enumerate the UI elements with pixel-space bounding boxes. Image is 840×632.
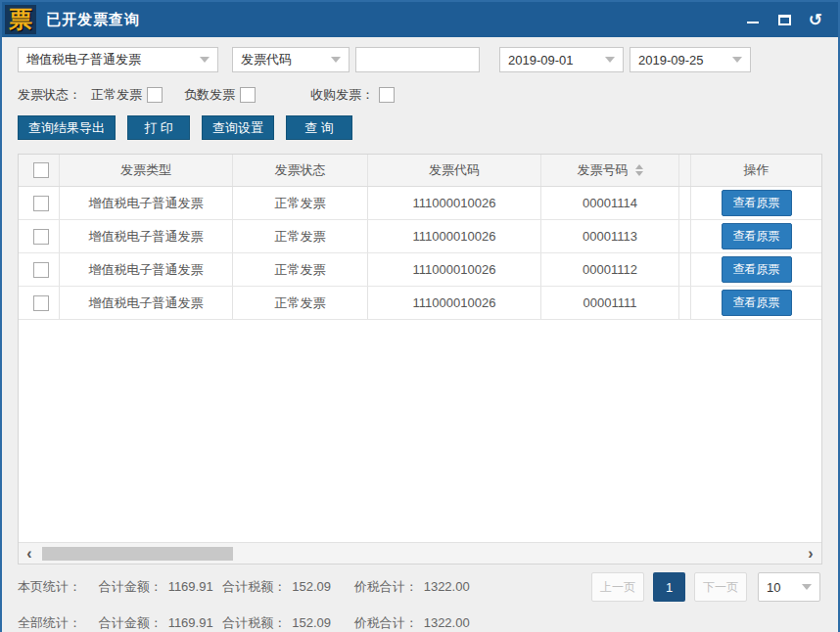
total-label: 价税合计： [354,579,418,594]
cell-type: 增值税电子普通发票 [60,220,233,252]
date-to-value: 2019-09-25 [638,53,726,68]
tax-value: 152.09 [292,579,331,594]
select-all-cell [19,155,60,186]
back-icon: ↺ [809,11,822,28]
total-label: 价税合计： [354,615,418,630]
scroll-right-icon[interactable]: › [800,544,821,564]
title-bar: 票 已开发票查询 ↺ [2,2,838,37]
chevron-down-icon [605,57,615,63]
minimize-button[interactable] [744,11,762,28]
toolbar: 查询结果导出 打 印 查询设置 查 询 [18,115,822,140]
scrollbar-thumb[interactable] [42,547,233,561]
col-invoice-code: 发票代码 [368,155,541,186]
checkbox-normal-invoice[interactable] [147,87,163,103]
status-filter-row: 发票状态： 正常发票 负数发票 收购发票： [18,86,822,104]
cell-number: 00001113 [541,220,679,252]
table-row: 增值税电子普通发票 正常发票 111000010026 00001113 查看原… [19,220,821,253]
checkbox-purchase-invoice[interactable] [379,87,395,103]
action-cell: 查看原票 [691,253,821,286]
row-checkbox[interactable] [33,262,49,278]
cell-code: 111000010026 [368,287,541,319]
status-negative-label: 负数发票 [184,86,235,104]
action-cell: 查看原票 [691,287,821,319]
table-header: 发票类型 发票状态 发票代码 发票号码 操作 [19,155,821,187]
row-checkbox[interactable] [33,196,49,211]
cell-type: 增值税电子普通发票 [60,253,233,286]
page-stats-label: 本页统计： [18,579,81,594]
status-option-negative: 负数发票 [184,86,256,104]
status-normal-label: 正常发票 [91,86,142,104]
total-value: 1322.00 [424,615,470,630]
status-purchase-label: 收购发票： [310,86,374,104]
col-invoice-number[interactable]: 发票号码 [541,155,679,186]
table-row: 增值税电子普通发票 正常发票 111000010026 00001111 查看原… [19,287,821,320]
search-field-select[interactable]: 发票代码 [232,47,350,72]
table-row: 增值税电子普通发票 正常发票 111000010026 00001114 查看原… [19,187,821,220]
date-from-select[interactable]: 2019-09-01 [499,47,624,72]
footer: 本页统计： 合计金额：1169.91 合计税额：152.09 价税合计：1322… [18,564,822,632]
table-row: 增值税电子普通发票 正常发票 111000010026 00001112 查看原… [19,253,821,287]
search-input[interactable] [355,47,480,72]
main-content: 增值税电子普通发票 发票代码 2019-09-01 2019-09-25 发票状… [2,37,838,632]
total-value: 1322.00 [424,579,470,594]
app-icon: 票 [5,5,36,34]
cell-status: 正常发票 [233,287,368,319]
current-page-button[interactable]: 1 [653,572,685,602]
cell-code: 111000010026 [368,253,541,286]
query-button[interactable]: 查 询 [286,115,352,140]
cell-code: 111000010026 [368,220,541,252]
cell-type: 增值税电子普通发票 [60,287,233,319]
view-original-button[interactable]: 查看原票 [722,190,792,216]
restore-button[interactable] [775,11,793,28]
col-actions: 操作 [691,155,821,186]
col-spacer [679,155,691,186]
cell-number: 00001114 [541,187,679,219]
page-size-select[interactable]: 10 [758,572,820,602]
prev-page-button[interactable]: 上一页 [591,572,644,602]
horizontal-scrollbar[interactable]: ‹ › [19,542,821,564]
scroll-left-icon[interactable]: ‹ [19,544,40,564]
cell-number: 00001112 [541,253,679,286]
date-to-select[interactable]: 2019-09-25 [630,47,751,72]
cell-type: 增值税电子普通发票 [60,187,233,219]
sort-icon[interactable] [635,164,643,176]
tax-value: 152.09 [292,615,331,630]
date-from-value: 2019-09-01 [508,53,599,68]
tax-label: 合计税额： [222,579,286,594]
cell-status: 正常发票 [233,187,368,219]
status-option-purchase: 收购发票： [310,86,395,104]
query-settings-button[interactable]: 查询设置 [202,115,274,140]
export-button[interactable]: 查询结果导出 [18,115,116,140]
invoice-table: 发票类型 发票状态 发票代码 发票号码 操作 增值税电子普通发票 正常发票 11… [18,154,822,564]
amount-value: 1169.91 [168,579,213,594]
invoice-type-value: 增值税电子普通发票 [26,51,194,68]
view-original-button[interactable]: 查看原票 [722,290,792,316]
view-original-button[interactable]: 查看原票 [722,256,792,283]
col-invoice-number-label: 发票号码 [578,161,629,179]
chevron-down-icon [200,57,210,63]
back-button[interactable]: ↺ [807,11,824,28]
cell-status: 正常发票 [233,220,368,252]
select-all-checkbox[interactable] [33,162,49,178]
status-option-normal: 正常发票 [91,86,163,104]
view-original-button[interactable]: 查看原票 [722,223,792,249]
invoice-type-select[interactable]: 增值税电子普通发票 [18,47,218,72]
restore-icon [778,15,791,25]
cell-status: 正常发票 [233,253,368,286]
action-cell: 查看原票 [691,187,821,219]
window-title: 已开发票查询 [46,11,140,29]
action-cell: 查看原票 [691,220,821,252]
all-stats-label: 全部统计： [18,615,81,630]
filter-row: 增值税电子普通发票 发票代码 2019-09-01 2019-09-25 [18,47,822,72]
cell-code: 111000010026 [368,187,541,219]
checkbox-negative-invoice[interactable] [240,87,256,103]
row-checkbox[interactable] [33,229,49,245]
amount-label: 合计金额： [99,615,163,630]
print-button[interactable]: 打 印 [127,115,190,140]
amount-label: 合计金额： [99,579,163,594]
all-stats: 全部统计： 合计金额：1169.91 合计税额：152.09 价税合计：1322… [18,614,822,632]
col-invoice-status: 发票状态 [233,155,368,186]
amount-value: 1169.91 [168,615,213,630]
row-checkbox[interactable] [33,295,49,311]
next-page-button[interactable]: 下一页 [694,572,747,602]
